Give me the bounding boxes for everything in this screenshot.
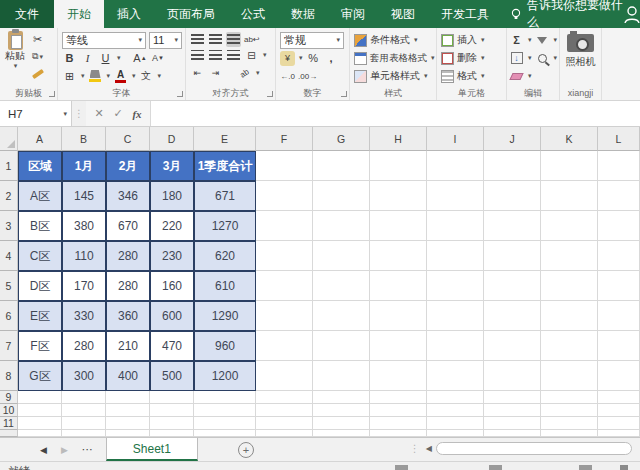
prev-sheet-icon[interactable]: ◀ — [40, 445, 47, 455]
cell-A3[interactable]: B区 — [18, 211, 62, 241]
cell-G2[interactable] — [313, 181, 370, 211]
enter-icon[interactable]: ✓ — [109, 107, 127, 120]
name-box[interactable]: H7▾ — [0, 101, 72, 126]
cell-J8[interactable] — [484, 361, 541, 391]
cell-I8[interactable] — [427, 361, 484, 391]
tab-insert[interactable]: 插入 — [104, 0, 154, 28]
cell-B11[interactable] — [62, 417, 106, 430]
clipboard-dialog-launcher[interactable] — [49, 91, 55, 97]
page-layout-view-icon[interactable] — [489, 465, 502, 470]
cell-D6[interactable]: 600 — [150, 301, 194, 331]
center-button[interactable] — [208, 48, 223, 63]
cell-H5[interactable] — [370, 271, 427, 301]
tab-view[interactable]: 视图 — [378, 0, 428, 28]
cell-K11[interactable] — [541, 417, 598, 430]
row-header-4[interactable]: 4 — [0, 241, 18, 271]
row-header-1[interactable]: 1 — [0, 151, 18, 181]
middle-align-button[interactable] — [208, 32, 223, 47]
cell-L7[interactable] — [598, 331, 640, 361]
font-name-select[interactable]: 等线▾ — [62, 32, 146, 49]
cell-H2[interactable] — [370, 181, 427, 211]
normal-view-icon[interactable] — [395, 465, 408, 470]
tab-data[interactable]: 数据 — [278, 0, 328, 28]
name-box-dropdown-icon[interactable]: ▾ — [63, 110, 67, 118]
next-sheet-icon[interactable]: ▶ — [61, 445, 68, 455]
cell-C1[interactable]: 2月 — [106, 151, 150, 181]
fill-button[interactable]: ↓ — [509, 51, 524, 66]
cell-D[interactable] — [150, 430, 194, 437]
cell-B6[interactable]: 330 — [62, 301, 106, 331]
column-header-I[interactable]: I — [427, 127, 484, 151]
cell-G11[interactable] — [313, 417, 370, 430]
cell-H[interactable] — [370, 430, 427, 437]
find-select-button[interactable] — [535, 51, 550, 66]
column-header-G[interactable]: G — [313, 127, 370, 151]
cell-E6[interactable]: 1290 — [194, 301, 256, 331]
copy-icon[interactable]: ⧉▾ — [30, 49, 45, 64]
conditional-formatting-button[interactable]: 条件格式▾ — [350, 31, 436, 49]
cell-L3[interactable] — [598, 211, 640, 241]
page-break-view-icon[interactable] — [579, 465, 592, 470]
cell-D8[interactable]: 500 — [150, 361, 194, 391]
cell-K9[interactable] — [541, 391, 598, 404]
cell-L2[interactable] — [598, 181, 640, 211]
column-header-F[interactable]: F — [256, 127, 313, 151]
accounting-format-button[interactable]: ¥ — [280, 51, 295, 66]
cell-G9[interactable] — [313, 391, 370, 404]
cell-A10[interactable] — [18, 404, 62, 417]
cell-I11[interactable] — [427, 417, 484, 430]
row-header-8[interactable]: 8 — [0, 361, 18, 391]
fill-color-button[interactable] — [88, 69, 103, 84]
cell-G5[interactable] — [313, 271, 370, 301]
cell-A6[interactable]: E区 — [18, 301, 62, 331]
cell-A1[interactable]: 区域 — [18, 151, 62, 181]
clear-button[interactable] — [509, 69, 524, 84]
cell-C5[interactable]: 280 — [106, 271, 150, 301]
column-header-K[interactable]: K — [541, 127, 598, 151]
font-dialog-launcher[interactable] — [177, 91, 183, 97]
alignment-dialog-launcher[interactable] — [267, 91, 273, 97]
scrollbar-splitter[interactable]: ⋮ — [408, 443, 422, 454]
cell-D5[interactable]: 160 — [150, 271, 194, 301]
align-left-button[interactable] — [190, 48, 205, 63]
number-dialog-launcher[interactable] — [341, 91, 347, 97]
cell-A11[interactable] — [18, 417, 62, 430]
cell-F1[interactable] — [256, 151, 313, 181]
cell-C2[interactable]: 346 — [106, 181, 150, 211]
row-header-3[interactable]: 3 — [0, 211, 18, 241]
cell-G1[interactable] — [313, 151, 370, 181]
cell-H4[interactable] — [370, 241, 427, 271]
cell-E1[interactable]: 1季度合计 — [194, 151, 256, 181]
cell-I1[interactable] — [427, 151, 484, 181]
cell-B7[interactable]: 280 — [62, 331, 106, 361]
cell-L10[interactable] — [598, 404, 640, 417]
cell-K1[interactable] — [541, 151, 598, 181]
underline-button[interactable]: U — [98, 51, 113, 66]
row-header-partial[interactable] — [0, 430, 18, 437]
column-header-A[interactable]: A — [18, 127, 62, 151]
cell-A5[interactable]: D区 — [18, 271, 62, 301]
cell-G8[interactable] — [313, 361, 370, 391]
cell-H3[interactable] — [370, 211, 427, 241]
tell-me-box[interactable]: 告诉我你想要做什么 — [502, 0, 640, 28]
cell-D1[interactable]: 3月 — [150, 151, 194, 181]
cell-E11[interactable] — [194, 417, 256, 430]
cell-K10[interactable] — [541, 404, 598, 417]
cell-E10[interactable] — [194, 404, 256, 417]
cell-A4[interactable]: C区 — [18, 241, 62, 271]
sheet-list-icon[interactable]: ⋯ — [82, 443, 94, 456]
tab-file[interactable]: 文件 — [0, 0, 54, 28]
cell-J7[interactable] — [484, 331, 541, 361]
cell-H9[interactable] — [370, 391, 427, 404]
tab-formulas[interactable]: 公式 — [228, 0, 278, 28]
cell-J3[interactable] — [484, 211, 541, 241]
cell-E3[interactable]: 1270 — [194, 211, 256, 241]
cell-L[interactable] — [598, 430, 640, 437]
percent-style-button[interactable]: % — [306, 51, 321, 66]
cell-H1[interactable] — [370, 151, 427, 181]
cell-G4[interactable] — [313, 241, 370, 271]
row-header-10[interactable]: 10 — [0, 404, 18, 417]
cell-G7[interactable] — [313, 331, 370, 361]
delete-cells-button[interactable]: 删除▾ — [437, 49, 506, 67]
column-header-H[interactable]: H — [370, 127, 427, 151]
